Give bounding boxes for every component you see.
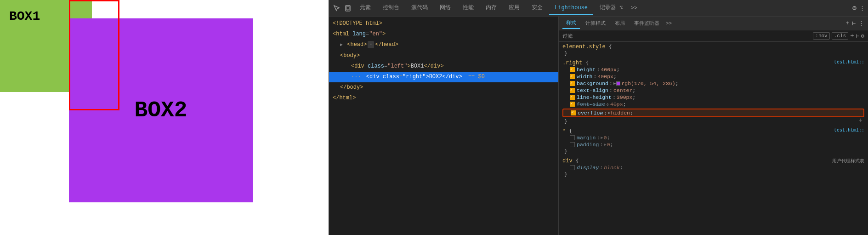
inspect-icon[interactable]	[332, 3, 342, 13]
css-prop-background: background: ▶ rgb(170, 54, 236);	[562, 80, 864, 87]
css-selector-element: element.style {	[562, 44, 864, 50]
add-style-button[interactable]: +	[850, 32, 854, 40]
css-source-div: 用户代理样式表	[832, 158, 864, 164]
css-prop-margin: margin: ▶ 0;	[562, 134, 864, 141]
dom-div-right[interactable]: ··· <div class="right">BOX2</div> == $0	[329, 72, 558, 82]
preview-area: BOX1 BOX2	[0, 0, 329, 235]
styles-content: element.style { } test.html:: .right {	[559, 42, 868, 235]
svg-rect-1	[346, 6, 349, 10]
css-selector-div-row: 用户代理样式表 div {	[562, 158, 864, 164]
box1-label: BOX1	[9, 9, 40, 23]
svg-point-2	[347, 10, 348, 11]
css-checkbox-overflow[interactable]	[571, 110, 576, 115]
dom-body-open: <body>	[329, 51, 558, 61]
tab-memory[interactable]: 内存	[480, 1, 502, 15]
styles-tab-styles[interactable]: 样式	[562, 17, 580, 29]
styles-tab-computed[interactable]: 计算样式	[582, 18, 609, 29]
box2-label: BOX2	[134, 98, 187, 123]
css-rule-div: 用户代理样式表 div { display: block; }	[562, 158, 864, 177]
tab-console[interactable]: 控制台	[377, 1, 405, 15]
dom-panel: <!DOCTYPE html> <html lang="en"> ▶ <head…	[329, 17, 559, 235]
styles-tabs-bar: 样式 计算样式 布局 事件监听器 >> + ⊢ ⋮	[559, 17, 868, 30]
hov-button[interactable]: :hov	[813, 32, 829, 40]
css-prop-overflow: overflow: ▶ hidden;	[562, 109, 864, 117]
styles-more-icon[interactable]: ⋮	[858, 20, 864, 27]
styles-icons: + ⊢ ⋮	[845, 20, 864, 27]
styles-panel: 样式 计算样式 布局 事件监听器 >> + ⊢ ⋮ 过滤 :hov	[559, 17, 868, 235]
css-prop-line-height: line-height: 300px;	[562, 94, 864, 101]
app-container: BOX1 BOX2 元素	[0, 0, 868, 235]
css-prop-width: width: 400px;	[562, 73, 864, 80]
css-source-right: test.html::	[834, 60, 864, 65]
css-checkbox-padding[interactable]	[570, 142, 575, 147]
device-icon[interactable]	[343, 3, 353, 13]
css-prop-padding: padding: ▶ 0;	[562, 141, 864, 148]
tab-security[interactable]: 安全	[526, 1, 548, 15]
css-rule-right-close: } +	[562, 118, 864, 124]
css-checkbox-background[interactable]	[570, 81, 575, 86]
css-rule-div-close: }	[562, 171, 864, 177]
filter-bar: 过滤 :hov .cls + ⊢ ⚙	[559, 30, 868, 42]
settings-icon[interactable]: ⚙	[852, 4, 857, 12]
styles-add-icon[interactable]: +	[845, 20, 849, 27]
css-prop-font-size: font-size: 40px;	[562, 101, 864, 108]
toolbar-settings: ⚙ ⋮	[852, 4, 865, 12]
dock-icon[interactable]: ⋮	[859, 5, 865, 12]
dom-html-close: </html>	[329, 93, 558, 103]
css-rule-element-style: element.style { }	[562, 44, 864, 56]
css-rule-element-close: }	[562, 50, 864, 56]
color-swatch[interactable]	[616, 81, 620, 86]
css-prop-height: height: 400px;	[562, 66, 864, 73]
css-checkbox-text-align[interactable]	[570, 88, 575, 93]
css-checkbox-height[interactable]	[570, 67, 575, 72]
devtools-panel: 元素 控制台 源代码 网络 性能 内存 应用 安全 Lighthouse 记录器…	[329, 0, 868, 235]
css-prop-text-align: text-align: center;	[562, 87, 864, 94]
tab-lighthouse[interactable]: Lighthouse	[549, 2, 593, 15]
styles-tab-layout[interactable]: 布局	[611, 18, 629, 29]
filter-input[interactable]	[576, 33, 811, 39]
styles-tabs-more[interactable]: >>	[666, 21, 672, 26]
tab-sources[interactable]: 源代码	[406, 1, 433, 15]
css-checkbox-font-size[interactable]	[570, 102, 575, 107]
css-source-universal: test.html::	[834, 128, 864, 133]
styles-tab-event-listeners[interactable]: 事件监听器	[630, 18, 663, 29]
tab-lighthouse-label: Lighthouse	[555, 5, 588, 11]
tab-performance[interactable]: 性能	[457, 1, 479, 15]
tab-application[interactable]: 应用	[503, 1, 525, 15]
dom-div-left[interactable]: <div class="left">BOX1</div>	[329, 61, 558, 72]
css-selector-universal-row: test.html:: * {	[562, 128, 864, 134]
tab-elements[interactable]: 元素	[354, 1, 376, 15]
css-add-prop-button[interactable]: +	[859, 117, 862, 124]
cls-button[interactable]: .cls	[832, 32, 848, 40]
settings2-button[interactable]: ⚙	[861, 33, 864, 40]
css-checkbox-line-height[interactable]	[570, 95, 575, 100]
toolbar-more-icon[interactable]: >>	[630, 5, 637, 11]
css-checkbox-display[interactable]	[570, 165, 575, 170]
dom-doctype: <!DOCTYPE html>	[329, 18, 558, 29]
css-selector-right-row: test.html:: .right {	[562, 60, 864, 66]
css-rule-universal-close: }	[562, 148, 864, 154]
css-checkbox-width[interactable]	[570, 74, 575, 79]
devtools-main: <!DOCTYPE html> <html lang="en"> ▶ <head…	[329, 17, 868, 235]
box2: BOX2	[69, 18, 253, 202]
css-rule-universal: test.html:: * { margin: ▶ 0; padding:	[562, 128, 864, 154]
tab-network[interactable]: 网络	[434, 1, 456, 15]
dom-body-close: </body>	[329, 82, 558, 93]
filter-label: 过滤	[562, 33, 573, 40]
dom-head[interactable]: ▶ <head>⋯</head>	[329, 40, 558, 50]
devtools-toolbar: 元素 控制台 源代码 网络 性能 内存 应用 安全 Lighthouse 记录器…	[329, 0, 868, 17]
css-rule-right: test.html:: .right { height: 400px;	[562, 60, 864, 124]
pin-button[interactable]: ⊢	[856, 33, 859, 40]
styles-pin-icon[interactable]: ⊢	[852, 20, 856, 27]
tab-recorder[interactable]: 记录器 ⌥	[594, 1, 628, 15]
dom-html-open: <html lang="en">	[329, 29, 558, 40]
css-checkbox-margin[interactable]	[570, 135, 575, 140]
css-prop-display: display: block;	[562, 164, 864, 171]
